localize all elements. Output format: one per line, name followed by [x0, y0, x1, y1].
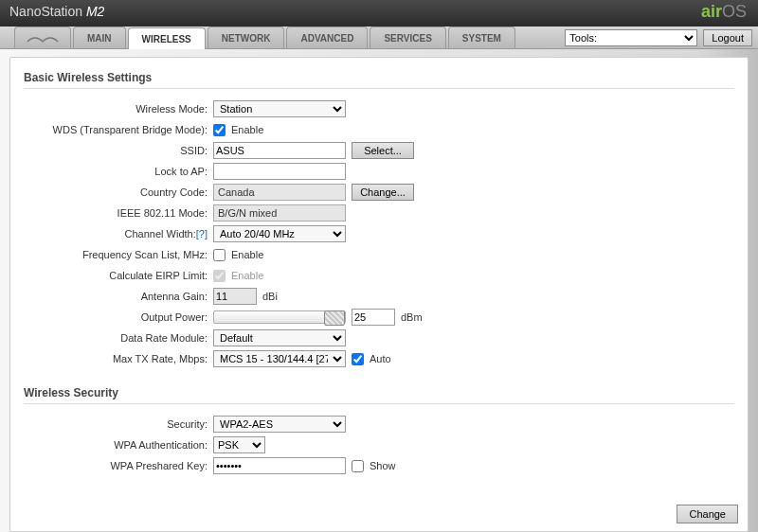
- drm-select[interactable]: Default: [213, 329, 346, 346]
- brand-name-text: NanoStation: [9, 4, 82, 19]
- tab-services-label: SERVICES: [384, 33, 431, 44]
- wpa-auth-select[interactable]: PSK: [213, 436, 265, 453]
- security-label: Security:: [24, 418, 213, 430]
- page-background: Basic Wireless Settings Wireless Mode: S…: [0, 49, 758, 532]
- wds-enable-text: Enable: [231, 124, 263, 135]
- chanwidth-help-link[interactable]: [?]: [196, 228, 208, 239]
- wds-label: WDS (Transparent Bridge Mode):: [24, 124, 213, 135]
- tab-network-label: NETWORK: [222, 33, 271, 44]
- nav-right: Tools: Logout: [565, 29, 752, 46]
- show-key-checkbox[interactable]: [352, 460, 364, 472]
- slider-thumb-icon[interactable]: [324, 310, 345, 326]
- tools-select[interactable]: Tools:: [565, 29, 697, 46]
- freqscan-label: Frequency Scan List, MHz:: [24, 249, 213, 260]
- tab-wireless-label: WIRELESS: [142, 34, 191, 44]
- tab-network[interactable]: NETWORK: [208, 27, 285, 48]
- tab-main-label: MAIN: [87, 33, 112, 44]
- security-form: Security: WPA2-AES WPA Authentication: P…: [24, 414, 734, 476]
- tab-services[interactable]: SERVICES: [370, 27, 445, 48]
- ieee-label: IEEE 802.11 Mode:: [24, 207, 213, 219]
- show-key-text: Show: [370, 460, 396, 471]
- logout-button[interactable]: Logout: [703, 29, 752, 46]
- tab-system-label: SYSTEM: [462, 33, 501, 44]
- security-select[interactable]: WPA2-AES: [213, 416, 346, 433]
- ssid-label: SSID:: [24, 145, 213, 156]
- wpa-key-input[interactable]: [213, 457, 346, 474]
- eirp-label: Calculate EIRP Limit:: [24, 270, 213, 281]
- antenna-gain-unit: dBi: [262, 291, 278, 302]
- ieee-value: B/G/N mixed: [213, 204, 346, 222]
- maxtx-auto-text: Auto: [370, 353, 391, 364]
- country-change-button[interactable]: Change...: [352, 184, 414, 201]
- output-power-slider[interactable]: [213, 310, 346, 324]
- output-power-input[interactable]: [352, 309, 395, 326]
- antenna-icon: [26, 32, 60, 44]
- wds-enable-checkbox[interactable]: [213, 124, 226, 136]
- eirp-checkbox: [213, 270, 226, 282]
- chanwidth-text: Channel Width:: [125, 228, 196, 239]
- chanwidth-select[interactable]: Auto 20/40 MHz: [213, 225, 346, 242]
- section-basic-title: Basic Wireless Settings: [24, 71, 734, 89]
- tab-advanced-label: ADVANCED: [300, 33, 353, 44]
- output-power-label: Output Power:: [24, 311, 213, 323]
- basic-form: Wireless Mode: Station WDS (Transparent …: [24, 98, 734, 369]
- nav-logo-tab[interactable]: [14, 27, 71, 48]
- content-panel: Basic Wireless Settings Wireless Mode: S…: [9, 57, 749, 532]
- freqscan-enable-text: Enable: [231, 249, 263, 260]
- lock-ap-input[interactable]: [213, 163, 346, 180]
- wireless-mode-label: Wireless Mode:: [24, 103, 213, 115]
- logo-airos: airOS: [701, 2, 747, 22]
- chanwidth-label: Channel Width:[?]: [24, 228, 213, 239]
- change-footer-button[interactable]: Change: [677, 505, 738, 523]
- ssid-select-button[interactable]: Select...: [352, 142, 414, 159]
- tab-main[interactable]: MAIN: [73, 27, 126, 48]
- lock-ap-label: Lock to AP:: [24, 166, 213, 177]
- brand-label: NanoStation M2: [9, 4, 104, 19]
- tab-wireless[interactable]: WIRELESS: [128, 27, 206, 49]
- top-header: NanoStation M2 airOS: [0, 0, 758, 27]
- antenna-gain-label: Antenna Gain:: [24, 291, 213, 302]
- country-value: Canada: [213, 184, 346, 201]
- wireless-mode-select[interactable]: Station: [213, 100, 346, 117]
- logo-os: OS: [722, 2, 747, 21]
- antenna-gain-input: [213, 288, 257, 305]
- brand-model-text: M2: [86, 4, 104, 19]
- section-security-title: Wireless Security: [24, 386, 734, 404]
- maxtx-select[interactable]: MCS 15 - 130/144.4 [270: [213, 350, 346, 367]
- maxtx-auto-checkbox[interactable]: [352, 353, 364, 365]
- output-power-unit: dBm: [401, 311, 423, 323]
- logo-air: air: [701, 2, 722, 21]
- country-label: Country Code:: [24, 186, 213, 198]
- eirp-enable-text: Enable: [231, 270, 263, 281]
- tab-advanced[interactable]: ADVANCED: [286, 27, 368, 48]
- drm-label: Data Rate Module:: [24, 332, 213, 344]
- wpa-key-label: WPA Preshared Key:: [24, 460, 213, 471]
- nav-bar: MAIN WIRELESS NETWORK ADVANCED SERVICES …: [0, 27, 758, 49]
- wpa-auth-label: WPA Authentication:: [24, 439, 213, 451]
- maxtx-label: Max TX Rate, Mbps:: [24, 353, 213, 364]
- freqscan-checkbox[interactable]: [213, 249, 226, 261]
- ssid-input[interactable]: [213, 142, 346, 159]
- tab-system[interactable]: SYSTEM: [448, 27, 515, 48]
